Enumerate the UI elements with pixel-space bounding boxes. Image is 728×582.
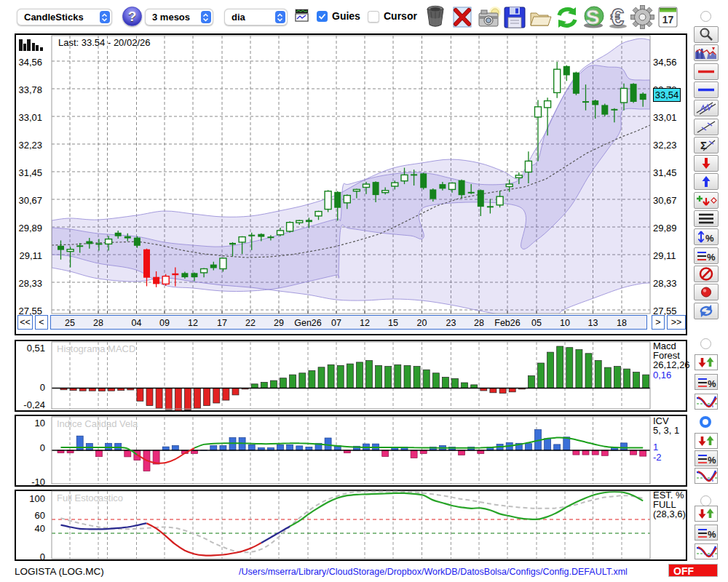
svg-text:%: % <box>708 529 716 540</box>
svg-text:%: % <box>708 455 716 466</box>
svg-text:%: % <box>707 252 716 263</box>
svg-text:Σ: Σ <box>700 139 707 151</box>
svg-text:%: % <box>708 378 716 389</box>
svg-text:%: % <box>705 233 714 244</box>
